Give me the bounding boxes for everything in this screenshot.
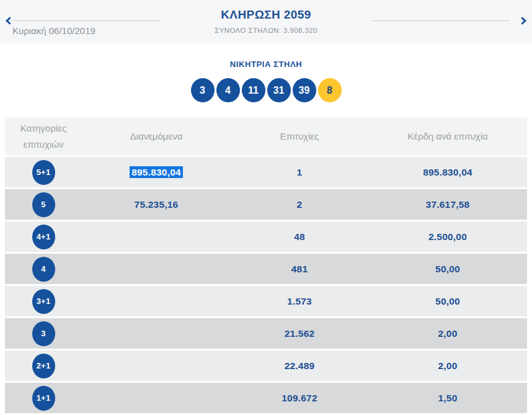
category-badge: 1+1 <box>32 386 55 411</box>
prize-per-win: 37.617,58 <box>368 199 527 210</box>
table-row: 5 75.235,16 2 37.617,58 <box>5 189 527 220</box>
winning-number-ball: 11 <box>242 78 265 102</box>
header-divider-right <box>372 20 510 21</box>
draw-header-center: ΚΛΗΡΩΣΗ 2059 ΣΥΝΟΛΟ ΣΤΗΛΩΝ: 3.908.320 <box>142 8 390 34</box>
prize-per-win: 2,00 <box>368 328 527 339</box>
draw-title: ΚΛΗΡΩΣΗ 2059 <box>142 8 390 22</box>
wins-count: 21.562 <box>231 328 368 339</box>
wins-count: 1.573 <box>231 296 368 307</box>
prize-per-win: 2,00 <box>368 360 527 372</box>
table-row: 4+1 48 2.500,00 <box>5 221 527 252</box>
category-badge: 3 <box>32 321 55 346</box>
distributed-value: 75.235,16 <box>82 199 231 210</box>
table-row: 5+1 895.830,04 1 895.830,04 <box>5 157 527 187</box>
table-row: 3+1 1.573 50,00 <box>5 286 527 316</box>
table-row: 3 21.562 2,00 <box>5 318 527 349</box>
draw-header: Κυριακή 06/10/2019 ΚΛΗΡΩΣΗ 2059 ΣΥΝΟΛΟ Σ… <box>0 0 532 43</box>
wins-count: 22.489 <box>231 360 368 372</box>
chevron-right-icon <box>518 17 526 25</box>
table-row: 2+1 22.489 2,00 <box>5 350 527 381</box>
category-badge: 5+1 <box>32 160 55 185</box>
distributed-value-selected: 895.830,04 <box>130 166 183 178</box>
wins-count: 2 <box>231 199 368 210</box>
results-table: Κατηγορίες επιτυχιών Διανεμόμενα Επιτυχί… <box>5 117 527 413</box>
winning-numbers: 3 4 11 31 39 8 <box>0 78 532 102</box>
category-badge: 2+1 <box>32 354 55 378</box>
table-row: 4 481 50,00 <box>5 254 527 284</box>
category-badge: 5 <box>32 192 55 217</box>
winning-number-ball: 39 <box>293 78 316 102</box>
total-columns-label: ΣΥΝΟΛΟ ΣΤΗΛΩΝ: 3.908.320 <box>142 27 390 34</box>
header-prize: Κέρδη ανά επιτυχία <box>368 128 527 145</box>
wins-count: 1 <box>231 167 368 178</box>
next-draw-button[interactable] <box>516 16 528 27</box>
category-badge: 3+1 <box>32 289 55 314</box>
wins-count: 48 <box>231 231 368 243</box>
table-header-row: Κατηγορίες επιτυχιών Διανεμόμενα Επιτυχί… <box>5 117 527 155</box>
header-categories: Κατηγορίες επιτυχιών <box>5 120 82 152</box>
header-distributed: Διανεμόμενα <box>82 128 231 145</box>
header-wins: Επιτυχίες <box>231 128 368 145</box>
wins-count: 481 <box>231 264 368 275</box>
prize-per-win: 1,50 <box>368 393 527 404</box>
prize-per-win: 50,00 <box>368 296 527 307</box>
draw-date: Κυριακή 06/10/2019 <box>12 25 95 36</box>
winning-number-ball: 31 <box>267 78 291 102</box>
winning-number-ball: 4 <box>216 78 240 102</box>
prize-per-win: 50,00 <box>368 264 527 275</box>
winning-number-ball: 3 <box>191 78 215 102</box>
table-row: 1+1 109.672 1,50 <box>5 383 527 413</box>
prize-per-win: 895.830,04 <box>368 167 527 178</box>
prize-per-win: 2.500,00 <box>368 231 527 243</box>
category-badge: 4 <box>32 257 55 282</box>
winning-column-title: ΝΙΚΗΤΡΙΑ ΣΤΗΛΗ <box>0 60 532 69</box>
wins-count: 109.672 <box>231 393 368 404</box>
winning-column-section: ΝΙΚΗΤΡΙΑ ΣΤΗΛΗ 3 4 11 31 39 8 <box>0 60 532 102</box>
category-badge: 4+1 <box>32 225 55 249</box>
header-divider-left <box>12 20 160 21</box>
bonus-number-ball: 8 <box>318 78 342 102</box>
